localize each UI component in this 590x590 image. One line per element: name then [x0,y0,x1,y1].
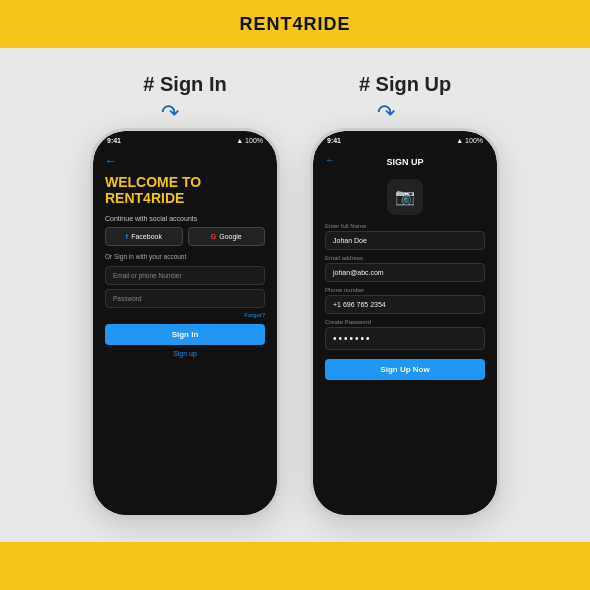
signin-password-input[interactable]: Password [105,289,265,308]
fullname-value: Johan Doe [333,237,367,244]
phone-input[interactable]: +1 696 765 2354 [325,295,485,314]
signup-phone-inner: 9:41 ▲ 100% ← SIGN UP 📷 [313,131,497,515]
email-label: Email address [325,255,485,261]
signin-section: # Sign In ↷ 9:41 ▲ 100% ← WELCOME TORENT… [90,73,280,518]
signup-section: # Sign Up ↷ 9:41 ▲ 100% ← SIGN UP [310,73,500,518]
facebook-icon: f [126,232,129,241]
signin-forgot-link[interactable]: Forgot? [105,312,265,318]
signup-phone: 9:41 ▲ 100% ← SIGN UP 📷 [310,128,500,518]
signin-social-label: Continue with social accounts [105,215,265,222]
signup-header: ← SIGN UP [325,154,485,171]
signin-email-placeholder: Email or phone Number [113,272,182,279]
phone-label: Phone number [325,287,485,293]
signin-email-input[interactable]: Email or phone Number [105,266,265,285]
google-icon: G [211,233,216,240]
fullname-input[interactable]: Johan Doe [325,231,485,250]
signin-section-label: # Sign In [143,73,226,96]
signup-status-bar: 9:41 ▲ 100% [313,131,497,146]
signin-button[interactable]: Sign In [105,324,265,345]
signin-phone: 9:41 ▲ 100% ← WELCOME TORENT4RIDE Contin… [90,128,280,518]
signin-back-arrow[interactable]: ← [105,154,265,168]
signup-back-arrow[interactable]: ← [325,154,335,165]
email-value: johan@abc.com [333,269,384,276]
signin-status-bar: 9:41 ▲ 100% [93,131,277,146]
signin-status-time: 9:41 [107,137,121,144]
signin-or-label: Or Sign in with your account [105,253,265,260]
signin-phone-content: ← WELCOME TORENT4RIDE Continue with soci… [93,146,277,515]
header-bar: RENT4RIDE [0,0,590,48]
signup-arrow-icon: ↷ [377,102,395,124]
signin-signup-link[interactable]: Sign up [105,350,265,357]
signin-welcome-title: WELCOME TORENT4RIDE [105,174,265,208]
phone-value: +1 696 765 2354 [333,301,386,308]
facebook-label: Facebook [131,233,162,240]
footer-bar [0,542,590,590]
camera-box[interactable]: 📷 [387,179,423,215]
password-dots: ••••••• [333,333,372,344]
camera-icon: 📷 [395,187,415,206]
google-button[interactable]: G Google [188,227,266,246]
password-label: Create Password [325,319,485,325]
signup-status-time: 9:41 [327,137,341,144]
signup-section-label: # Sign Up [359,73,451,96]
signupnow-button[interactable]: Sign Up Now [325,359,485,380]
signup-status-battery: ▲ 100% [456,137,483,144]
password-input[interactable]: ••••••• [325,327,485,350]
signin-label-group: # Sign In ↷ [143,73,226,124]
signin-social-buttons: f Facebook G Google [105,227,265,246]
wifi-icon: ▲ [236,137,243,144]
facebook-button[interactable]: f Facebook [105,227,183,246]
fullname-label: Enter full Name [325,223,485,229]
signin-arrow-icon: ↷ [161,102,179,124]
app-title: RENT4RIDE [239,14,350,35]
signup-screen-title: SIGN UP [335,157,475,167]
signin-status-battery: ▲ 100% [236,137,263,144]
signup-label-group: # Sign Up ↷ [359,73,451,124]
signin-password-placeholder: Password [113,295,142,302]
google-label: Google [219,233,242,240]
email-input[interactable]: johan@abc.com [325,263,485,282]
signup-wifi-icon: ▲ [456,137,463,144]
signin-phone-inner: 9:41 ▲ 100% ← WELCOME TORENT4RIDE Contin… [93,131,277,515]
main-content: # Sign In ↷ 9:41 ▲ 100% ← WELCOME TORENT… [0,48,590,542]
camera-container: 📷 [325,179,485,215]
signup-phone-content: ← SIGN UP 📷 Enter full Name Johan Doe Em… [313,146,497,515]
